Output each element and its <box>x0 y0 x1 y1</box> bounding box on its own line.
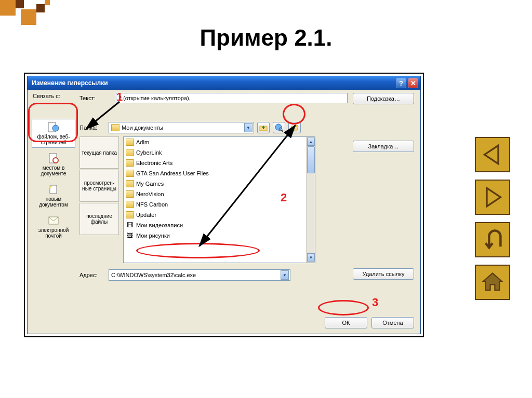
file-name: My Games <box>136 181 164 187</box>
text-label: Текст: <box>79 95 116 101</box>
folder-icon <box>126 170 134 177</box>
nav-next-button[interactable] <box>475 180 510 215</box>
folder-icon <box>126 190 134 198</box>
folder-icon <box>111 124 119 131</box>
file-item[interactable]: CyberLink <box>124 147 315 158</box>
svg-line-13 <box>282 130 283 132</box>
file-name: NFS Carbon <box>136 201 168 208</box>
browse-web-button[interactable] <box>273 122 285 133</box>
mid-nav-label: последние файлы <box>80 213 118 225</box>
link-target-label: местом в документе <box>41 165 66 176</box>
dialog-title: Изменение гиперссылки <box>32 79 108 87</box>
file-item[interactable]: NFS Carbon <box>124 199 315 210</box>
file-item[interactable]: Electronic Arts <box>124 158 315 168</box>
scroll-up-button[interactable]: ▲ <box>307 138 315 146</box>
folder-combo[interactable]: Мои документы ▼ <box>109 122 254 133</box>
file-list[interactable]: AdlmCyberLinkElectronic ArtsGTA San Andr… <box>123 136 315 263</box>
link-target-label: файлом, веб-страницей <box>37 134 70 145</box>
current-folder-tab[interactable]: текущая папка <box>79 136 119 169</box>
link-target-panel: файлом, веб-страницей местом в документе… <box>32 119 76 243</box>
folder-value: Мои документы <box>122 125 163 131</box>
file-name: CyberLink <box>136 149 162 156</box>
browsed-pages-tab[interactable]: просмотрен- ные страницы <box>79 170 119 202</box>
file-name: Мои видеозаписи <box>136 222 183 228</box>
titlebar[interactable]: Изменение гиперссылки ? ✕ <box>28 76 420 90</box>
folder-icon <box>126 159 134 167</box>
file-item[interactable]: NeroVision <box>124 189 315 199</box>
triangle-left-icon <box>481 143 504 166</box>
file-item[interactable]: 🎞Мои видеозаписи <box>124 220 315 230</box>
file-name: Мои рисунки <box>136 232 170 239</box>
folder-icon <box>126 201 134 208</box>
browse-file-button[interactable] <box>288 122 301 133</box>
help-button[interactable]: ? <box>396 78 406 88</box>
browse-history-panel: текущая папка просмотрен- ные страницы п… <box>79 136 121 236</box>
folder-icon <box>126 149 134 156</box>
u-turn-icon <box>481 228 504 251</box>
file-name: GTA San Andreas User Files <box>136 170 209 176</box>
address-value: C:\WINDOWS\system32\calc.exe <box>111 272 196 278</box>
cancel-button[interactable]: Отмена <box>371 317 414 328</box>
folder-open-icon <box>290 124 299 131</box>
folder-up-icon <box>259 124 268 131</box>
dialog-screenshot: Изменение гиперссылки ? ✕ Связать с: Тек… <box>24 73 424 337</box>
ok-button[interactable]: ОК <box>325 317 367 328</box>
chevron-down-icon: ▼ <box>281 270 289 280</box>
hyperlink-dialog: Изменение гиперссылки ? ✕ Связать с: Тек… <box>27 76 421 334</box>
close-icon: ✕ <box>410 79 416 87</box>
nav-return-button[interactable] <box>475 222 510 257</box>
link-target-label: новым документом <box>39 196 68 208</box>
text-input[interactable] <box>116 93 348 103</box>
file-item[interactable]: Updater <box>124 210 315 220</box>
folder-icon <box>126 139 134 146</box>
folder-label: Папка: <box>79 125 105 131</box>
question-icon: ? <box>399 79 403 87</box>
file-item[interactable]: Adlm <box>124 137 315 147</box>
tooltip-button[interactable]: Подсказка… <box>353 93 414 104</box>
video-folder-icon: 🎞 <box>126 221 134 229</box>
file-item[interactable]: GTA San Andreas User Files <box>124 168 315 179</box>
link-target-label: электронной почтой <box>38 227 69 239</box>
svg-point-11 <box>275 124 282 130</box>
file-name: Updater <box>136 212 156 218</box>
link-target-email[interactable]: электронной почтой <box>32 212 75 241</box>
address-label: Адрес: <box>79 272 105 278</box>
file-name: Electronic Arts <box>136 160 172 166</box>
mid-nav-label: просмотрен- ные страницы <box>82 180 116 191</box>
link-target-file-web[interactable]: файлом, веб-страницей <box>32 119 75 148</box>
bookmark-button[interactable]: Закладка… <box>353 141 414 152</box>
folder-icon <box>126 180 134 187</box>
svg-point-6 <box>53 158 58 163</box>
file-name: Adlm <box>136 139 149 145</box>
mid-nav-label: текущая папка <box>82 150 117 156</box>
folder-icon <box>126 211 134 218</box>
file-item[interactable]: My Games <box>124 179 315 189</box>
slide-title: Пример 2.1. <box>0 25 532 51</box>
link-target-place[interactable]: местом в документе <box>32 150 75 179</box>
svg-marker-2 <box>483 273 501 290</box>
nav-home-button[interactable] <box>475 265 510 300</box>
recent-files-tab[interactable]: последние файлы <box>79 203 119 235</box>
globe-page-icon <box>47 121 60 133</box>
svg-marker-0 <box>485 145 498 163</box>
file-name: NeroVision <box>136 191 164 197</box>
home-icon <box>481 271 504 294</box>
close-button[interactable]: ✕ <box>408 78 418 88</box>
pictures-folder-icon: 🖼 <box>126 231 134 240</box>
address-combo[interactable]: C:\WINDOWS\system32\calc.exe ▼ <box>109 269 290 281</box>
scroll-down-button[interactable]: ▼ <box>307 253 315 262</box>
up-one-level-button[interactable] <box>257 122 270 133</box>
scroll-thumb[interactable] <box>307 146 315 173</box>
chevron-down-icon: ▼ <box>244 123 252 132</box>
nav-prev-button[interactable] <box>475 137 510 172</box>
scrollbar[interactable]: ▲ ▼ <box>306 137 315 263</box>
new-document-icon <box>47 184 60 195</box>
svg-marker-1 <box>487 188 500 206</box>
email-icon <box>47 215 60 226</box>
triangle-right-icon <box>481 186 504 209</box>
file-item[interactable]: 🖼Мои рисунки <box>124 230 315 241</box>
svg-point-4 <box>52 125 59 131</box>
document-place-icon <box>47 153 60 164</box>
globe-search-icon <box>275 123 283 132</box>
link-target-newdoc[interactable]: новым документом <box>32 181 75 210</box>
